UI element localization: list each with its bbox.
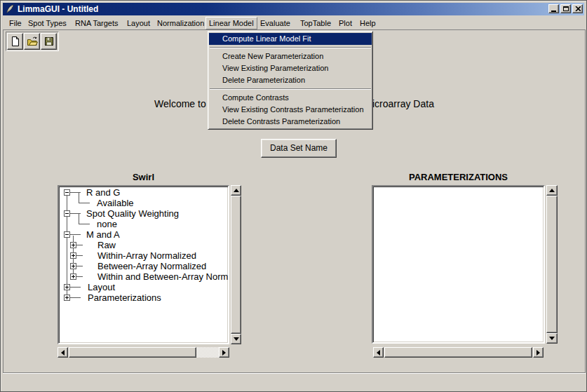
menu-rna-targets[interactable]: RNA Targets: [72, 17, 122, 29]
minimize-icon: [551, 11, 556, 12]
close-icon: [575, 6, 581, 11]
status-strip: [3, 373, 586, 391]
hscroll-thumb[interactable]: [69, 347, 196, 358]
menu-linear-model[interactable]: Linear Model: [205, 17, 257, 29]
menu-item-compute-contrasts[interactable]: Compute Contrasts: [209, 92, 372, 104]
save-floppy-icon: [43, 36, 55, 47]
swirl-tree-hscrollbar: [58, 347, 229, 358]
swirl-tree[interactable]: R and G Available Spot Quality Weighting…: [58, 185, 229, 344]
right-panel-title: PARAMETERIZATIONS: [372, 172, 545, 182]
menubar: File Spot Types RNA Targets Layout Norma…: [3, 16, 584, 29]
arrow-down-icon: [549, 337, 555, 343]
scroll-down-button[interactable]: [546, 333, 558, 344]
vscroll-thumb[interactable]: [231, 196, 241, 334]
tk-feather-icon: [5, 4, 15, 14]
arrow-right-icon: [537, 350, 543, 356]
open-folder-icon: [27, 36, 38, 47]
left-panel-title: Swirl: [58, 172, 229, 182]
close-button[interactable]: [572, 4, 583, 13]
new-file-icon: [10, 36, 21, 47]
tree-item[interactable]: Parameterizations: [88, 292, 161, 303]
arrow-right-icon: [222, 350, 229, 356]
window-title: LimmaGUI - Untitled: [18, 4, 98, 14]
tree-toggle-plus-icon[interactable]: [70, 252, 76, 259]
new-file-button[interactable]: [7, 33, 23, 50]
menu-separator: [210, 88, 371, 90]
vscroll-thumb[interactable]: [546, 196, 558, 333]
menu-item-create-new-parameterization[interactable]: Create New Parameterization: [209, 50, 372, 62]
limmagui-window: LimmaGUI - Untitled File Spot Types RNA …: [0, 0, 587, 392]
arrow-left-icon: [58, 350, 65, 356]
scroll-left-button[interactable]: [373, 347, 384, 358]
dataset-name-button[interactable]: Data Set Name: [261, 139, 337, 158]
menu-normalization[interactable]: Normalization: [154, 17, 208, 29]
save-file-button[interactable]: [41, 33, 57, 50]
tree-item[interactable]: Spot Quality Weighting: [86, 208, 179, 219]
menu-layout[interactable]: Layout: [123, 17, 154, 29]
tree-item[interactable]: Raw: [97, 240, 116, 250]
tree-toggle-plus-icon[interactable]: [64, 295, 70, 301]
tree-item[interactable]: Within-Array Normalized: [97, 250, 196, 261]
tree-toggle-minus-icon[interactable]: [64, 189, 70, 196]
minimize-button[interactable]: [548, 4, 559, 13]
tree-toggle-plus-icon[interactable]: [64, 284, 70, 290]
open-file-button[interactable]: [24, 33, 40, 50]
menu-item-view-existing-parameterization[interactable]: View Existing Parameterization: [209, 62, 372, 74]
tree-item[interactable]: none: [97, 219, 117, 229]
scroll-right-button[interactable]: [219, 347, 229, 358]
menu-evaluate[interactable]: Evaluate: [257, 17, 294, 29]
tree-toggle-plus-icon[interactable]: [70, 273, 76, 280]
tree-toggle-minus-icon[interactable]: [64, 210, 70, 217]
menu-plot[interactable]: Plot: [335, 17, 356, 29]
arrow-left-icon: [374, 350, 380, 356]
tree-toggle-minus-icon[interactable]: [64, 231, 70, 238]
tree-item[interactable]: R and G: [86, 187, 120, 198]
scroll-right-button[interactable]: [533, 347, 544, 358]
parameterizations-list[interactable]: [372, 185, 545, 344]
menu-item-delete-contrasts-parameterization[interactable]: Delete Contrasts Parameterization: [209, 116, 372, 128]
scroll-left-button[interactable]: [58, 347, 68, 358]
tree-toggle-plus-icon[interactable]: [70, 242, 76, 248]
swirl-tree-vscrollbar: [231, 185, 241, 344]
hscroll-trough[interactable]: [196, 347, 219, 358]
tree-item[interactable]: Layout: [88, 282, 115, 292]
parameterizations-hscrollbar: [373, 347, 544, 358]
tree-item[interactable]: Between-Array Normalized: [97, 261, 206, 271]
tree-toggle-plus-icon[interactable]: [70, 263, 76, 269]
toolbar: [6, 32, 59, 51]
arrow-down-icon: [234, 337, 239, 344]
arrow-up-icon: [234, 186, 239, 192]
linear-model-menu: Compute Linear Model Fit Create New Para…: [208, 31, 373, 130]
menu-item-view-existing-contrasts-parameterization[interactable]: View Existing Contrasts Parameterization: [209, 104, 372, 116]
tree-item[interactable]: Within and Between-Array Normalized: [97, 271, 229, 282]
parameterizations-vscrollbar: [546, 185, 558, 344]
menu-help[interactable]: Help: [356, 17, 379, 29]
tree-item[interactable]: Available: [97, 198, 134, 208]
hscroll-thumb[interactable]: [384, 347, 532, 358]
maximize-icon: [563, 6, 569, 11]
menu-separator: [210, 47, 371, 48]
scroll-down-button[interactable]: [231, 334, 241, 344]
menu-file[interactable]: File: [6, 17, 25, 29]
scroll-up-button[interactable]: [231, 185, 241, 196]
titlebar: LimmaGUI - Untitled: [3, 3, 584, 15]
tree-item[interactable]: M and A: [86, 229, 120, 240]
menu-toptable[interactable]: TopTable: [297, 17, 335, 29]
maximize-button[interactable]: [560, 4, 571, 13]
menu-item-compute-linear-model-fit[interactable]: Compute Linear Model Fit: [209, 33, 372, 45]
menu-spot-types[interactable]: Spot Types: [25, 17, 70, 29]
arrow-up-icon: [549, 186, 555, 192]
menu-item-delete-parameterization[interactable]: Delete Parameterization: [209, 74, 372, 86]
scroll-up-button[interactable]: [546, 185, 558, 196]
